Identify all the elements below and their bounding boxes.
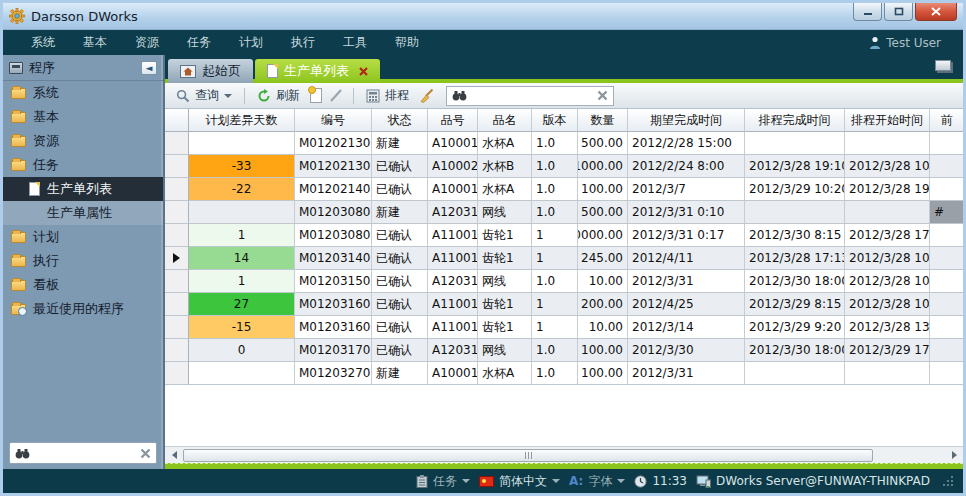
column-header[interactable]: 品名 (478, 109, 532, 132)
table-row[interactable]: 1M012031501已确认A12031网线1.010.002012/3/312… (165, 270, 963, 293)
sidebar-item[interactable]: 看板 (3, 273, 163, 297)
column-header[interactable]: 品号 (428, 109, 478, 132)
menu-item[interactable]: 工具 (329, 30, 381, 55)
sidebar-item[interactable]: 资源 (3, 129, 163, 153)
menu-item[interactable]: 帮助 (381, 30, 433, 55)
cell-sched-end: 2012/3/29 8:15 (745, 293, 845, 316)
cell-status: 新建 (372, 362, 428, 385)
sidebar-item-label: 计划 (33, 228, 59, 246)
sidebar-item[interactable]: 执行 (3, 249, 163, 273)
column-header[interactable]: 版本 (532, 109, 578, 132)
menu-item[interactable]: 执行 (277, 30, 329, 55)
table-row[interactable]: 1M012030802已确认A11001齿轮1110000.002012/3/3… (165, 224, 963, 247)
table-header-row: 计划差异天数编号状态品号品名版本数量期望完成时间排程完成时间排程开始时间前 (165, 109, 963, 132)
cell-sched-start: 2012/3/28 10:52 (845, 270, 930, 293)
sidebar-item[interactable]: 基本 (3, 105, 163, 129)
row-selector-cell[interactable] (165, 362, 189, 385)
maximize-button[interactable] (884, 3, 913, 21)
schedule-button[interactable]: 排程 (363, 85, 412, 106)
cell-status: 已确认 (372, 316, 428, 339)
font-menu[interactable]: A: 字体 (569, 473, 625, 490)
minimize-button[interactable] (853, 3, 882, 21)
row-selector-cell[interactable] (165, 201, 189, 224)
sidebar-search-input[interactable] (35, 446, 140, 460)
window-title: Darsson DWorks (31, 9, 138, 24)
row-selector-cell[interactable] (165, 155, 189, 178)
menu-item[interactable]: 计划 (225, 30, 277, 55)
sidebar-search-clear-icon[interactable] (140, 448, 151, 459)
query-button[interactable]: 查询 (173, 85, 235, 106)
new-item-icon[interactable] (310, 88, 322, 103)
close-button[interactable] (915, 3, 957, 21)
edit-pencil-icon[interactable] (329, 88, 344, 103)
tab-close-icon[interactable] (359, 67, 368, 76)
scroll-right-button[interactable] (947, 449, 961, 462)
filter-search-input[interactable] (471, 89, 593, 103)
tab-home[interactable]: 起始页 (168, 59, 253, 83)
scroll-left-button[interactable] (167, 449, 181, 462)
cell-item-no: A11001 (428, 316, 478, 339)
language-label: 简体中文 (499, 473, 547, 490)
menu-item[interactable]: 资源 (121, 30, 173, 55)
sidebar-item[interactable]: 计划 (3, 225, 163, 249)
toolbar: 查询 刷新 (165, 83, 963, 109)
sidebar-item[interactable]: 任务 (3, 153, 163, 177)
app-gear-icon (9, 8, 25, 24)
sidebar-item[interactable]: 生产单列表 (3, 177, 163, 201)
row-selector-cell[interactable] (165, 132, 189, 155)
scrollbar-thumb[interactable] (183, 449, 873, 462)
task-menu[interactable]: 任务 (416, 473, 470, 490)
menu-item[interactable]: 任务 (173, 30, 225, 55)
table-row[interactable]: M012032701新建A10001水杯A1.0100.002012/3/31 (165, 362, 963, 385)
menu-item[interactable]: 基本 (69, 30, 121, 55)
table-row[interactable]: M012021301新建A10001水杯A1.0500.002012/2/28 … (165, 132, 963, 155)
query-dropdown-icon[interactable] (224, 94, 232, 98)
row-selector-cell[interactable] (165, 270, 189, 293)
broom-icon[interactable] (419, 88, 435, 103)
sidebar-item[interactable]: 生产单属性 (3, 201, 163, 225)
cell-status: 新建 (372, 201, 428, 224)
row-selector-cell[interactable] (165, 178, 189, 201)
table-row[interactable]: -33M012021302已确认A10002水杯B1.01000.002012/… (165, 155, 963, 178)
user-badge[interactable]: Test User (869, 36, 949, 50)
table-row[interactable]: -22M012021401已确认A10001水杯A1.0100.002012/3… (165, 178, 963, 201)
table-row[interactable]: 14M012031402已确认A11001齿轮11245.002012/4/11… (165, 247, 963, 270)
column-header[interactable]: 状态 (372, 109, 428, 132)
column-header[interactable]: 期望完成时间 (628, 109, 745, 132)
column-header[interactable]: 前 (930, 109, 963, 132)
cell-item-name: 水杯A (478, 178, 532, 201)
tab-production-order-list[interactable]: 生产单列表 (255, 59, 380, 83)
cell-item-no: A12031 (428, 201, 478, 224)
row-selector-cell[interactable] (165, 339, 189, 362)
language-menu[interactable]: 简体中文 (479, 473, 560, 490)
menu-item[interactable]: 系统 (17, 30, 69, 55)
column-header[interactable]: 编号 (295, 109, 372, 132)
sidebar-collapse-button[interactable]: ◄ (141, 61, 157, 75)
filter-clear-icon[interactable] (597, 90, 608, 101)
table-row[interactable]: M012030801新建A12031网线1.0500.002012/3/31 0… (165, 201, 963, 224)
resize-grip[interactable] (943, 476, 953, 486)
user-name: Test User (886, 36, 941, 50)
font-icon: A: (569, 474, 583, 488)
row-selector-cell[interactable] (165, 224, 189, 247)
column-header[interactable]: 计划差异天数 (189, 109, 295, 132)
sidebar-item[interactable]: 系统 (3, 81, 163, 105)
table-row[interactable]: 27M012031601已确认A11001齿轮11200.002012/4/25… (165, 293, 963, 316)
table-row[interactable]: 0M012031701已确认A12031网线1.0100.002012/3/30… (165, 339, 963, 362)
sidebar-item-label: 系统 (33, 84, 59, 102)
column-header[interactable]: 排程完成时间 (745, 109, 845, 132)
cell-extra (930, 362, 963, 385)
column-header[interactable]: 排程开始时间 (845, 109, 930, 132)
search-icon (176, 89, 190, 103)
row-selector-cell[interactable] (165, 293, 189, 316)
row-selector-cell[interactable] (165, 316, 189, 339)
column-header[interactable]: 数量 (578, 109, 628, 132)
cell-extra (930, 293, 963, 316)
refresh-button[interactable]: 刷新 (254, 85, 303, 106)
panel-layout-icon[interactable] (935, 60, 951, 71)
sidebar-item[interactable]: 最近使用的程序 (3, 297, 163, 321)
statusbar: 任务 简体中文 A: 字体 11:33 DWorks Server@FUNWAY… (3, 469, 963, 493)
sidebar-item-list: 系统基本资源任务生产单列表生产单属性计划执行看板最近使用的程序 (3, 81, 163, 321)
table-row[interactable]: -15M012031602已确认A11001齿轮1110.002012/3/14… (165, 316, 963, 339)
row-selector-cell[interactable] (165, 247, 189, 270)
